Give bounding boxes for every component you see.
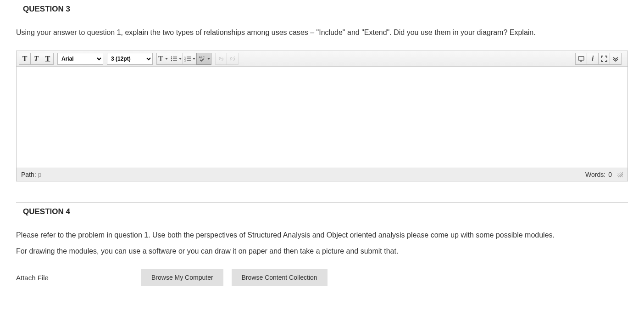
svg-rect-15 (580, 61, 582, 62)
svg-point-0 (171, 57, 172, 57)
editor-textarea[interactable] (17, 67, 627, 168)
link-group (215, 53, 239, 65)
spellcheck-button[interactable]: ABC (196, 53, 211, 65)
question-4-block: QUESTION 4 Please refer to the problem i… (0, 203, 644, 297)
svg-rect-3 (173, 58, 177, 59)
question-4-text: Please refer to the problem in question … (16, 230, 628, 256)
rich-text-editor: T T T Arial 3 (12pt) T (16, 51, 628, 181)
svg-rect-14 (578, 57, 584, 60)
unlink-button (227, 53, 239, 65)
browse-my-computer-button[interactable]: Browse My Computer (141, 269, 223, 286)
svg-point-2 (171, 58, 172, 59)
text-color-button[interactable]: T (156, 53, 169, 65)
question-3-block: QUESTION 3 Using your answer to question… (0, 0, 644, 193)
svg-point-4 (171, 60, 172, 61)
italic-button[interactable]: T (30, 53, 42, 65)
format-group: T 123 ABC (156, 53, 211, 65)
resize-handle[interactable] (617, 172, 623, 177)
text-style-group: T T T (19, 53, 54, 65)
question-4-text-2: For drawing the modules, you can use a s… (16, 246, 628, 256)
question-3-text: Using your answer to question 1, explain… (16, 28, 628, 38)
numbered-list-button[interactable]: 123 (183, 53, 197, 65)
bold-button[interactable]: T (19, 53, 31, 65)
fullscreen-button[interactable] (598, 53, 610, 65)
svg-text:ABC: ABC (199, 56, 205, 59)
expand-toolbar-button[interactable] (610, 53, 622, 65)
question-3-title: QUESTION 3 (23, 2, 628, 14)
link-button (215, 53, 227, 65)
editor-status-bar: Path: p Words:0 (17, 168, 627, 181)
svg-rect-7 (187, 57, 191, 57)
bullet-list-button[interactable] (169, 53, 183, 65)
words-label: Words: (585, 171, 605, 178)
attach-file-row: Attach File Browse My Computer Browse Co… (16, 269, 628, 286)
words-count: 0 (608, 171, 612, 178)
view-group: i (575, 53, 622, 65)
path-tag: p (38, 171, 42, 178)
font-size-select[interactable]: 3 (12pt) (107, 53, 153, 65)
preview-button[interactable] (575, 53, 587, 65)
attach-file-label: Attach File (16, 274, 133, 282)
browse-content-collection-button[interactable]: Browse Content Collection (232, 269, 328, 286)
svg-rect-5 (173, 60, 177, 61)
info-button[interactable]: i (587, 53, 599, 65)
underline-button[interactable]: T (42, 53, 54, 65)
svg-rect-11 (187, 60, 191, 61)
editor-toolbar: T T T Arial 3 (12pt) T (17, 51, 627, 67)
svg-rect-1 (173, 57, 177, 57)
question-4-title: QUESTION 4 (23, 205, 628, 216)
font-family-select[interactable]: Arial (57, 53, 103, 65)
svg-text:3: 3 (184, 59, 186, 62)
question-4-text-1: Please refer to the problem in question … (16, 230, 628, 240)
path-label: Path: (21, 171, 38, 178)
svg-rect-9 (187, 58, 191, 59)
